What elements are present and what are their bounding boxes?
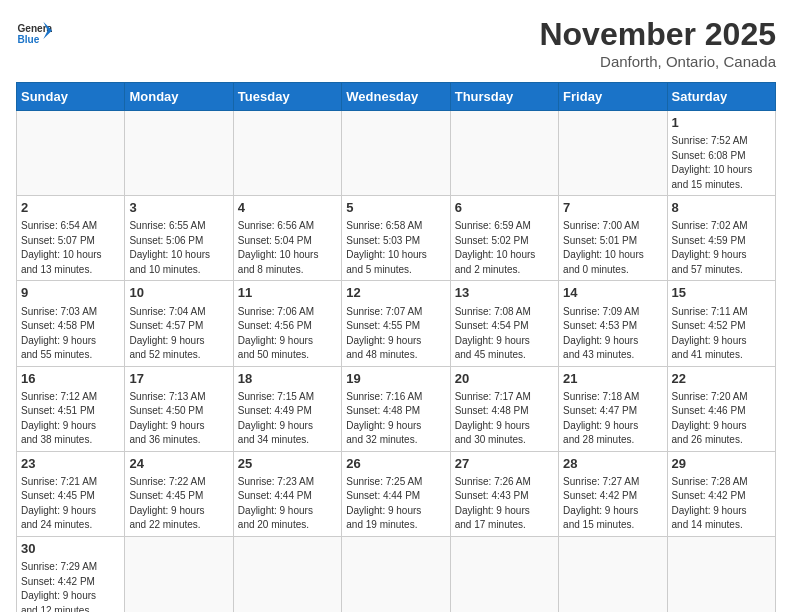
header-tuesday: Tuesday [233,83,341,111]
day-11: 11 Sunrise: 7:06 AMSunset: 4:56 PMDaylig… [233,281,341,366]
header-wednesday: Wednesday [342,83,450,111]
svg-text:Blue: Blue [17,34,39,45]
calendar-row-5: 23 Sunrise: 7:21 AMSunset: 4:45 PMDaylig… [17,451,776,536]
empty-cell [233,111,341,196]
day-6: 6 Sunrise: 6:59 AMSunset: 5:02 PMDayligh… [450,196,558,281]
header-thursday: Thursday [450,83,558,111]
logo: General Blue [16,16,52,52]
day-17: 17 Sunrise: 7:13 AMSunset: 4:50 PMDaylig… [125,366,233,451]
calendar-row-3: 9 Sunrise: 7:03 AMSunset: 4:58 PMDayligh… [17,281,776,366]
day-29: 29 Sunrise: 7:28 AMSunset: 4:42 PMDaylig… [667,451,775,536]
day-2: 2 Sunrise: 6:54 AMSunset: 5:07 PMDayligh… [17,196,125,281]
calendar-row-4: 16 Sunrise: 7:12 AMSunset: 4:51 PMDaylig… [17,366,776,451]
header-monday: Monday [125,83,233,111]
day-25: 25 Sunrise: 7:23 AMSunset: 4:44 PMDaylig… [233,451,341,536]
weekday-header-row: Sunday Monday Tuesday Wednesday Thursday… [17,83,776,111]
location: Danforth, Ontario, Canada [539,53,776,70]
day-30: 30 Sunrise: 7:29 AMSunset: 4:42 PMDaylig… [17,536,125,612]
empty-cell [17,111,125,196]
calendar-row-6: 30 Sunrise: 7:29 AMSunset: 4:42 PMDaylig… [17,536,776,612]
day-27: 27 Sunrise: 7:26 AMSunset: 4:43 PMDaylig… [450,451,558,536]
day-3: 3 Sunrise: 6:55 AMSunset: 5:06 PMDayligh… [125,196,233,281]
day-19: 19 Sunrise: 7:16 AMSunset: 4:48 PMDaylig… [342,366,450,451]
calendar-row-1: 1 Sunrise: 7:52 AMSunset: 6:08 PMDayligh… [17,111,776,196]
page-header: General Blue November 2025 Danforth, Ont… [16,16,776,70]
day-15: 15 Sunrise: 7:11 AMSunset: 4:52 PMDaylig… [667,281,775,366]
empty-cell [667,536,775,612]
empty-cell [450,536,558,612]
title-block: November 2025 Danforth, Ontario, Canada [539,16,776,70]
day-9: 9 Sunrise: 7:03 AMSunset: 4:58 PMDayligh… [17,281,125,366]
header-saturday: Saturday [667,83,775,111]
calendar: Sunday Monday Tuesday Wednesday Thursday… [16,82,776,612]
month-title: November 2025 [539,16,776,53]
empty-cell [125,536,233,612]
empty-cell [559,111,667,196]
empty-cell [342,111,450,196]
empty-cell [233,536,341,612]
day-23: 23 Sunrise: 7:21 AMSunset: 4:45 PMDaylig… [17,451,125,536]
day-22: 22 Sunrise: 7:20 AMSunset: 4:46 PMDaylig… [667,366,775,451]
empty-cell [342,536,450,612]
empty-cell [125,111,233,196]
header-friday: Friday [559,83,667,111]
day-8: 8 Sunrise: 7:02 AMSunset: 4:59 PMDayligh… [667,196,775,281]
day-20: 20 Sunrise: 7:17 AMSunset: 4:48 PMDaylig… [450,366,558,451]
day-13: 13 Sunrise: 7:08 AMSunset: 4:54 PMDaylig… [450,281,558,366]
header-sunday: Sunday [17,83,125,111]
day-28: 28 Sunrise: 7:27 AMSunset: 4:42 PMDaylig… [559,451,667,536]
day-16: 16 Sunrise: 7:12 AMSunset: 4:51 PMDaylig… [17,366,125,451]
day-18: 18 Sunrise: 7:15 AMSunset: 4:49 PMDaylig… [233,366,341,451]
day-1: 1 Sunrise: 7:52 AMSunset: 6:08 PMDayligh… [667,111,775,196]
empty-cell [559,536,667,612]
logo-icon: General Blue [16,16,52,52]
day-10: 10 Sunrise: 7:04 AMSunset: 4:57 PMDaylig… [125,281,233,366]
day-4: 4 Sunrise: 6:56 AMSunset: 5:04 PMDayligh… [233,196,341,281]
day-14: 14 Sunrise: 7:09 AMSunset: 4:53 PMDaylig… [559,281,667,366]
day-24: 24 Sunrise: 7:22 AMSunset: 4:45 PMDaylig… [125,451,233,536]
day-5: 5 Sunrise: 6:58 AMSunset: 5:03 PMDayligh… [342,196,450,281]
empty-cell [450,111,558,196]
calendar-row-2: 2 Sunrise: 6:54 AMSunset: 5:07 PMDayligh… [17,196,776,281]
day-12: 12 Sunrise: 7:07 AMSunset: 4:55 PMDaylig… [342,281,450,366]
day-7: 7 Sunrise: 7:00 AMSunset: 5:01 PMDayligh… [559,196,667,281]
day-21: 21 Sunrise: 7:18 AMSunset: 4:47 PMDaylig… [559,366,667,451]
day-26: 26 Sunrise: 7:25 AMSunset: 4:44 PMDaylig… [342,451,450,536]
